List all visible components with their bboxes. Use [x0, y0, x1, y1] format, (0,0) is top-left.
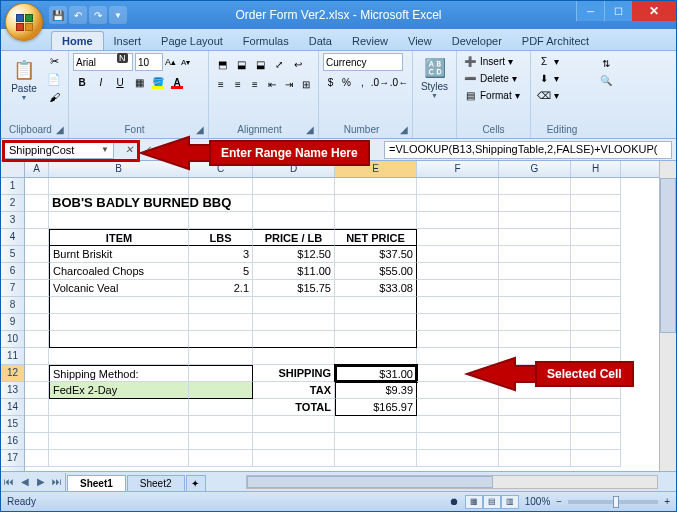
macro-record-icon[interactable]: ⏺	[449, 496, 459, 507]
paste-button[interactable]: 📋 Paste ▼	[5, 53, 43, 105]
format-painter-icon[interactable]: 🖌	[45, 89, 63, 105]
row-header[interactable]: 3	[1, 212, 24, 229]
shipping-label[interactable]: SHIPPING	[253, 365, 335, 382]
row-header[interactable]: 17	[1, 450, 24, 467]
merge-center-icon[interactable]: ⊞	[298, 75, 314, 93]
decrease-indent-icon[interactable]: ⇤	[264, 75, 280, 93]
row-header[interactable]: 7	[1, 280, 24, 297]
col-header-b[interactable]: B	[49, 161, 189, 177]
tax-value[interactable]: $9.39	[335, 382, 417, 399]
row-header[interactable]: 16	[1, 433, 24, 450]
fill-color-button[interactable]: 🪣	[149, 73, 167, 91]
table-cell[interactable]: $33.08	[335, 280, 417, 297]
table-cell[interactable]: Burnt Briskit	[49, 246, 189, 263]
shrink-font-icon[interactable]: A▾	[181, 58, 195, 67]
col-header-f[interactable]: F	[417, 161, 499, 177]
table-cell[interactable]: Volcanic Veal	[49, 280, 189, 297]
align-right-icon[interactable]: ≡	[247, 75, 263, 93]
cut-icon[interactable]: ✂	[45, 53, 63, 69]
col-header-d[interactable]: D	[253, 161, 335, 177]
tab-nav-first-icon[interactable]: ⏮	[1, 473, 17, 491]
underline-button[interactable]: U	[111, 73, 129, 91]
table-cell[interactable]: $11.00	[253, 263, 335, 280]
row-header[interactable]: 9	[1, 314, 24, 331]
total-value[interactable]: $165.97	[335, 399, 417, 416]
table-cell[interactable]: Charcoaled Chops	[49, 263, 189, 280]
normal-view-icon[interactable]: ▦	[465, 495, 483, 509]
row-header[interactable]: 6	[1, 263, 24, 280]
shipping-value-selected[interactable]: $31.00	[335, 365, 417, 382]
col-header-g[interactable]: G	[499, 161, 571, 177]
find-select-button[interactable]: 🔍	[597, 72, 617, 88]
row-header[interactable]: 10	[1, 331, 24, 348]
table-cell[interactable]: $15.75	[253, 280, 335, 297]
align-middle-icon[interactable]: ⬓	[232, 55, 250, 73]
shipping-method-label[interactable]: Shipping Method:	[49, 365, 189, 382]
redo-icon[interactable]: ↷	[89, 6, 107, 24]
row-header[interactable]: 1	[1, 178, 24, 195]
zoom-slider[interactable]	[568, 500, 658, 504]
horizontal-scrollbar[interactable]	[246, 475, 659, 489]
tab-insert[interactable]: Insert	[104, 32, 152, 50]
increase-indent-icon[interactable]: ⇥	[281, 75, 297, 93]
office-button[interactable]	[5, 3, 43, 41]
name-box[interactable]: ShippingCost ▼	[4, 141, 114, 159]
tab-formulas[interactable]: Formulas	[233, 32, 299, 50]
zoom-slider-thumb[interactable]	[613, 496, 619, 508]
col-header-c[interactable]: C	[189, 161, 253, 177]
align-left-icon[interactable]: ≡	[213, 75, 229, 93]
increase-decimal-icon[interactable]: .0→	[371, 73, 389, 91]
table-cell[interactable]: $37.50	[335, 246, 417, 263]
table-cell[interactable]: $12.50	[253, 246, 335, 263]
vertical-scrollbar[interactable]	[659, 161, 676, 471]
zoom-in-icon[interactable]: +	[664, 496, 670, 507]
number-launcher-icon[interactable]: ◢	[400, 124, 408, 135]
maximize-button[interactable]: ☐	[604, 1, 632, 21]
format-cells-button[interactable]: ▤Format ▾	[461, 87, 526, 103]
fill-button[interactable]: ⬇▾	[535, 70, 589, 86]
tab-nav-next-icon[interactable]: ▶	[33, 473, 49, 491]
sheet-title[interactable]: BOB'S BADLY BURNED BBQ	[49, 195, 189, 212]
percent-format-icon[interactable]: %	[339, 73, 354, 91]
tab-data[interactable]: Data	[299, 32, 342, 50]
sheet-tab-1[interactable]: Sheet1	[67, 475, 126, 491]
save-icon[interactable]: 💾	[49, 6, 67, 24]
tax-label[interactable]: TAX	[253, 382, 335, 399]
tab-nav-last-icon[interactable]: ⏭	[49, 473, 65, 491]
formula-input[interactable]: =VLOOKUP(B13,ShippingTable,2,FALSE)+VLOO…	[384, 141, 672, 159]
row-header[interactable]: 11	[1, 348, 24, 365]
header-price[interactable]: PRICE / LB	[253, 229, 335, 246]
tab-page-layout[interactable]: Page Layout	[151, 32, 233, 50]
name-box-dropdown-icon[interactable]: ▼	[101, 145, 109, 154]
styles-button[interactable]: 🔠 Styles ▼	[417, 53, 452, 101]
row-header[interactable]: 4	[1, 229, 24, 246]
row-header[interactable]: 13	[1, 382, 24, 399]
orientation-icon[interactable]: ⤢	[270, 55, 288, 73]
copy-icon[interactable]: 📄	[45, 71, 63, 87]
undo-icon[interactable]: ↶	[69, 6, 87, 24]
tab-nav-prev-icon[interactable]: ◀	[17, 473, 33, 491]
row-header[interactable]: 2	[1, 195, 24, 212]
align-center-icon[interactable]: ≡	[230, 75, 246, 93]
wrap-text-icon[interactable]: ↩	[289, 55, 307, 73]
number-format-select[interactable]	[323, 53, 403, 71]
font-color-button[interactable]: A	[168, 73, 186, 91]
page-break-view-icon[interactable]: ▥	[501, 495, 519, 509]
tab-developer[interactable]: Developer	[442, 32, 512, 50]
insert-cells-button[interactable]: ➕Insert ▾	[461, 53, 526, 69]
font-launcher-icon[interactable]: ◢	[196, 124, 204, 135]
row-header[interactable]: 15	[1, 416, 24, 433]
table-cell[interactable]: $55.00	[335, 263, 417, 280]
scrollbar-thumb[interactable]	[660, 178, 676, 333]
table-cell[interactable]: 5	[189, 263, 253, 280]
header-lbs[interactable]: LBS	[189, 229, 253, 246]
table-cell[interactable]: 3	[189, 246, 253, 263]
alignment-launcher-icon[interactable]: ◢	[306, 124, 314, 135]
align-top-icon[interactable]: ⬒	[213, 55, 231, 73]
italic-button[interactable]: I	[92, 73, 110, 91]
decrease-decimal-icon[interactable]: .0←	[390, 73, 408, 91]
border-button[interactable]: ▦	[130, 73, 148, 91]
row-header[interactable]: 5	[1, 246, 24, 263]
comma-format-icon[interactable]: ,	[355, 73, 370, 91]
scrollbar-thumb[interactable]	[247, 476, 493, 488]
